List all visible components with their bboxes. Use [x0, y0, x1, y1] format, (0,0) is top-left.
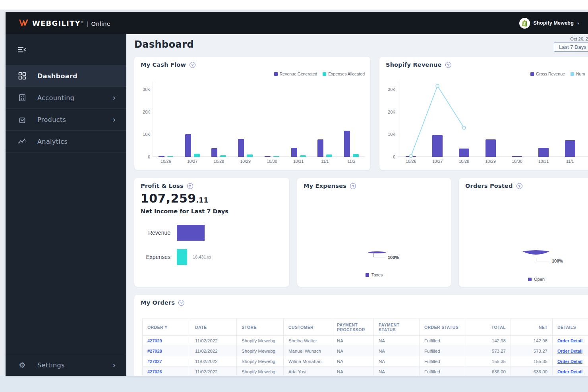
y-axis-tick: 10K: [382, 132, 395, 137]
sidebar-item-label: Settings: [37, 361, 65, 369]
cell-value: Fulfilled: [424, 359, 440, 364]
sidebar-item-analytics[interactable]: Analytics: [6, 131, 126, 153]
bar-group: [338, 81, 365, 157]
sidebar: DashboardAccountingProductsAnalytics Set…: [6, 34, 126, 376]
legend-label: Gross Revenue: [536, 71, 565, 76]
bar: [273, 156, 279, 157]
cell-value: Fulfilled: [424, 369, 440, 374]
gear-icon: [17, 361, 27, 369]
order-number-link[interactable]: #27027: [147, 359, 162, 364]
bar: [247, 154, 253, 157]
pie-legend: Taxes: [297, 272, 451, 277]
help-icon[interactable]: [516, 183, 522, 189]
cell-details: Order Detail: [553, 367, 588, 376]
help-icon[interactable]: [190, 62, 195, 68]
legend-swatch: [530, 72, 534, 76]
y-axis-tick: 20K: [382, 110, 395, 114]
shopify-revenue-card: Shopify Revenue Gross RevenueNum 010K20K…: [379, 57, 588, 170]
cell-order: #27029: [143, 336, 190, 346]
column-header: ORDER #: [143, 319, 190, 336]
help-icon[interactable]: [178, 300, 184, 306]
cell-net: 573.27: [511, 346, 553, 356]
cell-net: 636.00: [511, 367, 553, 376]
line-point: [409, 154, 412, 158]
y-axis-tick: 30K: [137, 87, 150, 92]
order-detail-link[interactable]: Order Detail: [557, 359, 582, 364]
cell-order_status: Fulfilled: [420, 336, 466, 346]
x-axis-label: 10/30: [259, 159, 285, 164]
cell-value: NA: [379, 349, 385, 353]
date-range-selector[interactable]: Last 7 Days: [554, 42, 588, 52]
pnl-bar-value: 16,431.03: [193, 255, 211, 259]
pie-slice: [522, 249, 550, 258]
bar-group: [312, 81, 338, 157]
cell-details: Order Detail: [553, 336, 588, 346]
help-icon[interactable]: [187, 183, 193, 189]
pie-legend: Open: [459, 277, 588, 282]
column-header: CUSTOMER: [284, 319, 332, 336]
bar: [159, 156, 164, 157]
order-detail-link[interactable]: Order Detail: [557, 349, 582, 353]
cell-payment_status: NA: [374, 336, 420, 346]
sidebar-item-accounting[interactable]: Accounting: [6, 87, 126, 109]
column-header: NET: [511, 319, 553, 336]
legend-item: Num: [571, 71, 585, 76]
topbar: WEBGILITY®|Online Shopify Mewebg: [6, 12, 588, 34]
card-header: My Cash Flow: [141, 62, 195, 68]
pie-callout-line: [536, 258, 549, 261]
sidebar-item-settings[interactable]: Settings: [6, 354, 126, 376]
legend-swatch: [571, 72, 574, 76]
cell-value: 11/02/2022: [195, 359, 218, 364]
pnl-bar-label: Expenses: [141, 254, 170, 260]
bar: [317, 139, 323, 157]
bar-group: [179, 81, 206, 157]
order-detail-link[interactable]: Order Detail: [557, 338, 582, 343]
app-window: WEBGILITY®|Online Shopify Mewebg Dashboa…: [6, 12, 588, 376]
cell-store: Shopify Mewebg: [237, 336, 284, 346]
cell-value: NA: [379, 359, 385, 364]
pnl-bar-row: Revenue: [141, 225, 211, 241]
x-axis-label: 10/28: [451, 159, 478, 164]
y-axis-tick: 0: [382, 154, 395, 159]
order-detail-link[interactable]: Order Detail: [557, 369, 582, 374]
help-icon[interactable]: [445, 62, 451, 68]
bar: [300, 155, 306, 157]
bar: [167, 156, 173, 157]
order-number-link[interactable]: #27028: [147, 349, 162, 353]
pnl-bar: [177, 225, 205, 241]
cell-processor: NA: [332, 346, 374, 356]
profit-loss-card: Profit & Loss 107,259.11 Net Income for …: [134, 178, 289, 287]
date-range-value: Last 7 Days: [559, 44, 586, 50]
order-number-link[interactable]: #27026: [147, 369, 162, 374]
line-point: [462, 126, 466, 129]
cell-order_status: Fulfilled: [420, 367, 466, 376]
cell-value: Ada Yost: [288, 369, 306, 374]
account-menu[interactable]: Shopify Mewebg: [519, 18, 582, 29]
bar: [238, 139, 244, 157]
y-axis-tick: 30K: [382, 87, 395, 92]
pnl-bar-value-integer: 16,431: [193, 255, 206, 259]
sidebar-item-products[interactable]: Products: [6, 109, 126, 131]
sidebar-item-dashboard[interactable]: Dashboard: [6, 65, 126, 87]
cell-value: 573.27: [534, 349, 547, 353]
column-header: PAYMENT STATUS: [374, 319, 420, 336]
x-axis-label: 10/26: [398, 159, 424, 164]
bar-group: [232, 81, 259, 157]
cell-customer: Shelba Walter: [284, 336, 332, 346]
bar-group: [259, 81, 285, 157]
sidebar-item-label: Analytics: [37, 138, 68, 145]
pie-percent-label: 100%: [552, 259, 563, 263]
sidebar-collapse-icon[interactable]: [17, 46, 26, 53]
bar: [353, 154, 359, 157]
cell-date: 11/02/2022: [190, 367, 237, 376]
x-axis-labels: 10/2610/2710/2810/2910/3010/3111/111/2: [153, 159, 365, 164]
legend-item: Revenue Generated: [274, 71, 317, 76]
help-icon[interactable]: [350, 183, 356, 189]
cell-value: NA: [337, 338, 343, 343]
account-name: Shopify Mewebg: [534, 20, 574, 26]
table-row: #2702911/02/2022Shopify MewebgShelba Wal…: [143, 336, 588, 346]
bar: [220, 155, 226, 157]
cell-value: 11/02/2022: [195, 369, 218, 374]
card-title: My Expenses: [304, 183, 346, 189]
order-number-link[interactable]: #27029: [147, 338, 162, 343]
